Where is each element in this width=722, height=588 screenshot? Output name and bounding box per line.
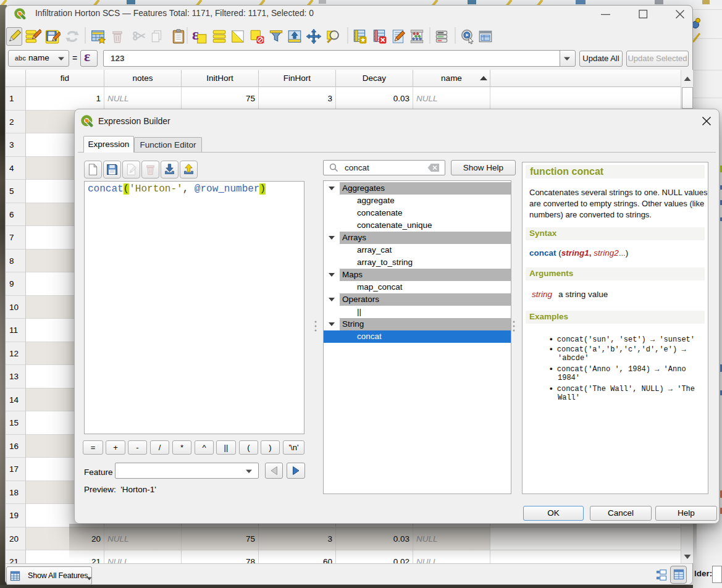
svg-text:ε: ε — [192, 28, 199, 43]
